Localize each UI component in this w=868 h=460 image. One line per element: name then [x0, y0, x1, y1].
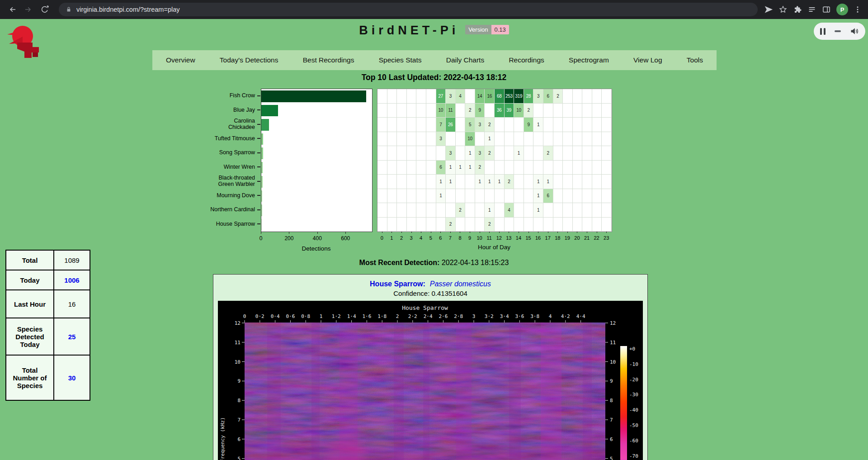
- hour-tick: [577, 232, 577, 233]
- recent-value: 2022-04-13 18:15:23: [442, 259, 509, 266]
- spec-ytick-label: 7: [237, 417, 241, 423]
- bookmark-star-icon[interactable]: [778, 5, 788, 14]
- heatmap-cell: [573, 89, 583, 104]
- nav-item-overview[interactable]: Overview: [166, 56, 195, 64]
- screen: virginia.birdnetpi.com/?stream=play P Bi…: [0, 0, 868, 460]
- nav-item-tools[interactable]: Tools: [687, 56, 703, 64]
- heatmap-cell: [397, 132, 407, 147]
- heatmap-cell: [524, 175, 534, 189]
- hour-tick-label: 15: [525, 235, 531, 241]
- reload-icon[interactable]: [37, 2, 52, 17]
- heatmap-cell: [446, 203, 456, 218]
- spec-ytick-label: 6: [237, 436, 241, 442]
- stat-value-link[interactable]: 25: [54, 318, 90, 355]
- spec-xtick-label: 3·4: [500, 313, 509, 319]
- species-label: Black-throated Green Warbler: [208, 174, 255, 189]
- nav-item-species-stats[interactable]: Species Stats: [379, 56, 422, 64]
- heatmap-cell: [602, 146, 612, 161]
- spec-ytick-label: 7: [610, 417, 613, 423]
- heatmap-cell: 1: [436, 189, 446, 204]
- volume-icon[interactable]: [850, 27, 859, 36]
- reading-list-icon[interactable]: [807, 5, 816, 14]
- hour-tick: [460, 232, 460, 233]
- nav-item-daily-charts[interactable]: Daily Charts: [446, 56, 484, 64]
- hour-tick-label: 12: [496, 235, 502, 241]
- nav-item-today-s-detections[interactable]: Today's Detections: [220, 56, 278, 64]
- spec-xtick-label: 0·6: [286, 313, 295, 319]
- forward-icon[interactable]: [21, 2, 36, 17]
- heatmap-cell: [377, 203, 387, 218]
- heatmap-cell: [495, 189, 505, 204]
- y-tick: [257, 166, 260, 167]
- nav-item-view-log[interactable]: View Log: [633, 56, 662, 64]
- extensions-icon[interactable]: [793, 5, 802, 14]
- heatmap-cell: [387, 189, 397, 204]
- spec-xtick-label: 1: [320, 313, 323, 319]
- pause-icon[interactable]: [820, 28, 826, 35]
- heatmap-cell: [407, 132, 417, 147]
- seek-bar[interactable]: [835, 30, 841, 32]
- spec-xtick-label: 3: [472, 313, 476, 319]
- version-value: 0.13: [491, 25, 509, 34]
- nav-item-spectrogram[interactable]: Spectrogram: [569, 56, 609, 64]
- heatmap-cell: [524, 218, 534, 232]
- heatmap-cell: [397, 175, 407, 189]
- back-icon[interactable]: [5, 2, 20, 17]
- heatmap-cell: 2: [485, 218, 495, 232]
- spec-xtick-label: 2: [396, 313, 399, 319]
- heatmap-cell: [573, 218, 583, 232]
- spec-xtick-label: 4: [549, 313, 552, 319]
- stat-value-link[interactable]: 30: [54, 355, 90, 400]
- heatmap-cell: [456, 104, 466, 118]
- heatmap-cell: [524, 203, 534, 218]
- heatmap-cell: [495, 132, 505, 147]
- side-panel-icon[interactable]: [822, 5, 831, 14]
- heatmap-cell: 2: [475, 161, 485, 175]
- stat-value-link[interactable]: 1006: [54, 270, 90, 290]
- heatmap-cell: 1: [436, 175, 446, 189]
- heatmap-cell: [573, 132, 583, 147]
- species-label: Tufted Titmouse: [208, 132, 255, 146]
- main-nav: OverviewToday's DetectionsBest Recording…: [152, 50, 717, 70]
- send-icon[interactable]: [764, 5, 773, 14]
- menu-dots-icon[interactable]: [854, 5, 862, 14]
- heatmap-cell: [416, 104, 426, 118]
- heatmap-cell: 1: [485, 175, 495, 189]
- profile-avatar[interactable]: P: [836, 4, 848, 15]
- hour-tick-label: 7: [449, 235, 452, 241]
- x-tick: [317, 232, 318, 234]
- spec-xtick-label: 2·6: [439, 313, 448, 319]
- heatmap-cell: [426, 132, 436, 147]
- heatmap-cell: 1: [485, 203, 495, 218]
- heatmap-cell: [436, 218, 446, 232]
- heatmap-cell: [426, 104, 436, 118]
- heatmap-cell: [377, 118, 387, 132]
- spec-ytick-label: 12: [610, 320, 616, 326]
- species-label: Northern Cardinal: [208, 203, 255, 217]
- heatmap-cell: [543, 203, 553, 218]
- heatmap-cell: [465, 218, 475, 232]
- heatmap-area: 2734141668253319283621011293639102726532…: [377, 89, 612, 232]
- spec-xtick-label: 3·2: [485, 313, 494, 319]
- heatmap-cell: [592, 218, 602, 232]
- spectrogram-title: House Sparrow: [402, 304, 448, 311]
- heatmap-cell: [475, 189, 485, 204]
- spec-ytick-label: 9: [237, 378, 241, 384]
- spec-colorbar-label: -40: [629, 407, 638, 413]
- species-label: House Sparrow: [208, 217, 255, 232]
- y-tick: [257, 209, 260, 210]
- heatmap-cell: [377, 89, 387, 104]
- heatmap-cell: 5: [465, 118, 475, 132]
- heatmap-cell: 1: [446, 175, 456, 189]
- heatmap-cell: [377, 132, 387, 147]
- heatmap-cell: [573, 146, 583, 161]
- heatmap-cell: [602, 218, 612, 232]
- nav-item-best-recordings[interactable]: Best Recordings: [303, 56, 354, 64]
- heatmap-cell: 1: [533, 189, 543, 204]
- heatmap-cell: 4: [505, 203, 514, 218]
- nav-item-recordings[interactable]: Recordings: [509, 56, 544, 64]
- x-tick-label: 600: [341, 235, 350, 242]
- address-bar[interactable]: virginia.birdnetpi.com/?stream=play: [59, 3, 758, 16]
- detections-bar: [261, 176, 263, 188]
- heatmap-cell: [514, 189, 524, 204]
